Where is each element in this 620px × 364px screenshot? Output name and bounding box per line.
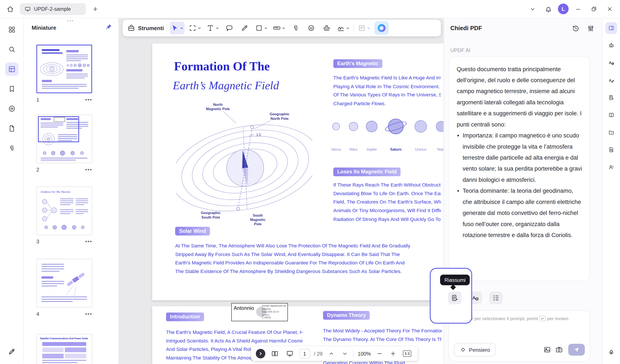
page-layout-button[interactable] [269, 348, 280, 359]
text-tool[interactable] [205, 22, 220, 34]
rail-item-ai-assistant[interactable] [605, 40, 617, 51]
shape-tool[interactable] [254, 22, 269, 34]
expand-bar-button[interactable] [256, 349, 265, 358]
page-number-input[interactable] [299, 349, 310, 358]
page-options-button[interactable]: ••• [85, 166, 92, 173]
page-options-button[interactable]: ••• [85, 238, 92, 245]
screenshot-button[interactable] [553, 344, 565, 356]
settings-button[interactable] [585, 23, 596, 34]
robot-icon [608, 42, 614, 49]
select-area-tool[interactable] [187, 22, 202, 34]
sidebar-item-bookmarks[interactable] [5, 82, 18, 95]
stamp-line: Firmato digitalmente da: [262, 305, 287, 308]
rail-item-proofread[interactable] [605, 74, 617, 86]
insert-image-button[interactable] [541, 344, 553, 356]
stamp-icon [323, 24, 331, 32]
updf-ai-button[interactable] [374, 21, 389, 35]
send-button[interactable] [568, 344, 585, 356]
page-thumbnail-1[interactable] [36, 45, 92, 93]
page-total-label: / 29 [314, 351, 323, 357]
sidebar-item-search[interactable] [5, 43, 18, 56]
rail-item-ai-files[interactable] [605, 126, 617, 138]
page-thumbnail-4[interactable] [36, 259, 92, 307]
new-tab-button[interactable] [89, 2, 102, 15]
thumbnail-item-2: 2 ••• [36, 115, 92, 173]
pen-annotate-tool[interactable] [239, 22, 251, 34]
drag-handle[interactable]: ••• [67, 18, 74, 23]
crop-frame-icon [189, 24, 197, 32]
minimize-icon [575, 6, 581, 12]
summary-intro: Questo documento tratta principalmente d… [457, 64, 582, 130]
restore-button[interactable] [588, 2, 600, 15]
sidebar-item-apps[interactable] [5, 23, 18, 36]
rail-item-translate[interactable] [605, 57, 617, 69]
updf-logo-button[interactable] [605, 347, 617, 358]
cursor-icon [171, 24, 179, 32]
label-geo-north-1: Geographic [270, 112, 290, 116]
chevron-right-icon [259, 352, 263, 356]
sidebar-item-attachments[interactable] [5, 142, 18, 155]
previous-page-button[interactable] [326, 349, 336, 358]
page-options-button[interactable]: ••• [85, 311, 92, 317]
speech-bubble-icon [226, 24, 233, 32]
page-thumbnail-5[interactable]: Satellite Communications And Power Grids [36, 334, 92, 364]
doc-line: Charged Particle Flows. [333, 100, 441, 108]
image-icon [543, 346, 551, 354]
chat-history-button[interactable] [570, 23, 581, 34]
tools-button[interactable]: Strumenti [127, 24, 164, 32]
paperclip-icon [8, 144, 16, 152]
page-thumbnail-2[interactable] [36, 115, 92, 163]
select-tool[interactable] [170, 22, 185, 34]
planet-label: Venus [331, 147, 341, 151]
main-toolbar: Strumenti [123, 20, 441, 36]
sidebar-item-annotations[interactable] [5, 102, 18, 115]
measure-tool[interactable] [272, 22, 287, 34]
presentation-button[interactable] [284, 348, 295, 359]
titlebar-more-button[interactable] [526, 2, 539, 15]
signature-tool[interactable] [336, 22, 351, 34]
attachment-tool[interactable] [290, 22, 302, 34]
section-badge: Loses Its Magnetic Field [333, 167, 401, 176]
sidebar-item-thumbnails[interactable] [5, 62, 18, 76]
stamp-line: 2 +08:00 [262, 317, 287, 319]
pin-icon[interactable] [106, 24, 112, 30]
rail-item-voice[interactable] [605, 161, 617, 173]
plus-icon [390, 350, 396, 357]
chevron-down-icon [341, 350, 348, 357]
thinking-mode-button[interactable]: Pensiero [454, 343, 496, 356]
avatar[interactable]: L [558, 4, 569, 15]
page-options-button[interactable]: ••• [85, 96, 92, 103]
section-badge: Introduction [166, 313, 204, 321]
zoom-out-button[interactable] [375, 349, 384, 358]
minimize-button[interactable] [572, 2, 585, 15]
close-button[interactable] [604, 2, 616, 15]
thumbnail-item-5: Satellite Communications And Power Grids [36, 334, 92, 364]
notifications-button[interactable] [542, 2, 555, 15]
sticker-tool[interactable] [305, 22, 318, 34]
signature-field[interactable]: Antonnio Firmato digitalmente da: Antonn… [231, 303, 288, 321]
pen-tool-button[interactable] [5, 345, 18, 358]
stamp-line: Antonnio [262, 308, 287, 311]
rail-item-summarize[interactable] [605, 92, 617, 104]
summarize-action-button[interactable] [448, 292, 461, 304]
monitor-icon [25, 6, 31, 12]
page-number: 1 [36, 97, 39, 103]
next-page-button[interactable] [340, 349, 349, 358]
sidebar-item-pages-tools[interactable] [5, 122, 18, 135]
zoom-in-button[interactable] [388, 349, 398, 358]
sticker-icon [308, 24, 315, 32]
document-tab[interactable]: UPDF-2-sample [20, 3, 86, 15]
explain-action-button[interactable] [489, 292, 502, 304]
feature-spotlight: Riassumi [430, 268, 472, 324]
comment-tool[interactable] [223, 22, 236, 34]
rail-item-ask-pdf[interactable] [605, 22, 617, 34]
rail-item-read-mode[interactable] [605, 109, 617, 121]
form-tool-disabled[interactable] [357, 22, 372, 34]
actual-size-button[interactable]: 1:1 [402, 348, 413, 359]
stamp-tool[interactable] [320, 22, 333, 34]
page-thumbnail-3[interactable]: Evidence For The Theories [36, 186, 92, 235]
signature-icon [337, 24, 345, 32]
home-button[interactable] [4, 2, 16, 15]
rail-item-doc-search[interactable] [605, 144, 617, 156]
pen-icon [241, 24, 249, 32]
